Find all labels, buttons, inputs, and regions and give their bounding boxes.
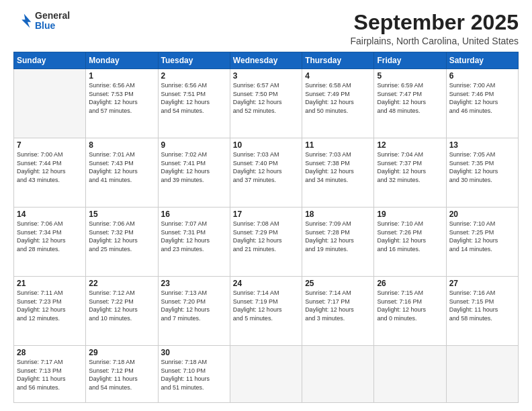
table-row: 28Sunrise: 7:17 AM Sunset: 7:13 PM Dayli… bbox=[14, 346, 86, 403]
col-thursday: Thursday bbox=[302, 52, 374, 69]
day-number: 2 bbox=[161, 71, 227, 81]
day-number: 28 bbox=[17, 348, 83, 357]
table-row: 9Sunrise: 7:02 AM Sunset: 7:41 PM Daylig… bbox=[158, 138, 230, 208]
day-info: Sunrise: 6:56 AM Sunset: 7:53 PM Dayligh… bbox=[89, 81, 154, 115]
day-info: Sunrise: 7:00 AM Sunset: 7:46 PM Dayligh… bbox=[449, 81, 515, 115]
day-number: 14 bbox=[17, 210, 83, 219]
table-row: 3Sunrise: 6:57 AM Sunset: 7:50 PM Daylig… bbox=[230, 69, 302, 138]
table-row: 17Sunrise: 7:08 AM Sunset: 7:29 PM Dayli… bbox=[230, 208, 302, 277]
table-row: 11Sunrise: 7:03 AM Sunset: 7:38 PM Dayli… bbox=[302, 138, 374, 208]
day-info: Sunrise: 7:04 AM Sunset: 7:37 PM Dayligh… bbox=[377, 150, 443, 184]
col-tuesday: Tuesday bbox=[158, 52, 230, 69]
day-number: 10 bbox=[233, 140, 299, 150]
table-row bbox=[446, 346, 518, 403]
day-number: 27 bbox=[449, 279, 515, 288]
day-info: Sunrise: 7:08 AM Sunset: 7:29 PM Dayligh… bbox=[233, 220, 299, 253]
col-saturday: Saturday bbox=[446, 52, 518, 69]
day-info: Sunrise: 7:06 AM Sunset: 7:34 PM Dayligh… bbox=[17, 220, 83, 253]
day-number: 11 bbox=[305, 140, 371, 150]
day-number: 16 bbox=[161, 210, 227, 219]
day-info: Sunrise: 7:14 AM Sunset: 7:19 PM Dayligh… bbox=[233, 289, 299, 322]
day-number: 23 bbox=[161, 279, 227, 288]
calendar-table: Sunday Monday Tuesday Wednesday Thursday… bbox=[13, 52, 519, 403]
day-number: 24 bbox=[233, 279, 299, 288]
table-row: 4Sunrise: 6:58 AM Sunset: 7:49 PM Daylig… bbox=[302, 69, 374, 138]
day-number: 4 bbox=[305, 71, 371, 81]
day-number: 12 bbox=[377, 140, 443, 150]
page: General Blue September 2025 Fairplains, … bbox=[0, 0, 532, 411]
day-info: Sunrise: 7:18 AM Sunset: 7:12 PM Dayligh… bbox=[89, 358, 154, 392]
table-row: 23Sunrise: 7:13 AM Sunset: 7:20 PM Dayli… bbox=[158, 277, 230, 346]
day-info: Sunrise: 7:09 AM Sunset: 7:28 PM Dayligh… bbox=[305, 220, 371, 253]
col-monday: Monday bbox=[86, 52, 158, 69]
table-row: 18Sunrise: 7:09 AM Sunset: 7:28 PM Dayli… bbox=[302, 208, 374, 277]
table-row: 22Sunrise: 7:12 AM Sunset: 7:22 PM Dayli… bbox=[86, 277, 158, 346]
day-info: Sunrise: 6:58 AM Sunset: 7:49 PM Dayligh… bbox=[305, 81, 371, 115]
day-info: Sunrise: 7:10 AM Sunset: 7:26 PM Dayligh… bbox=[377, 220, 443, 253]
col-wednesday: Wednesday bbox=[230, 52, 302, 69]
day-number: 26 bbox=[377, 279, 443, 288]
day-number: 19 bbox=[377, 210, 443, 219]
week-row-2: 7Sunrise: 7:00 AM Sunset: 7:44 PM Daylig… bbox=[14, 138, 519, 208]
col-friday: Friday bbox=[374, 52, 446, 69]
day-number: 29 bbox=[89, 348, 154, 357]
day-number: 8 bbox=[89, 140, 154, 150]
day-number: 15 bbox=[89, 210, 154, 219]
day-info: Sunrise: 6:56 AM Sunset: 7:51 PM Dayligh… bbox=[161, 81, 227, 115]
logo: General Blue bbox=[13, 11, 70, 32]
table-row: 12Sunrise: 7:04 AM Sunset: 7:37 PM Dayli… bbox=[374, 138, 446, 208]
table-row: 26Sunrise: 7:15 AM Sunset: 7:16 PM Dayli… bbox=[374, 277, 446, 346]
table-row bbox=[14, 69, 86, 138]
table-row: 27Sunrise: 7:16 AM Sunset: 7:15 PM Dayli… bbox=[446, 277, 518, 346]
day-number: 25 bbox=[305, 279, 371, 288]
table-row: 29Sunrise: 7:18 AM Sunset: 7:12 PM Dayli… bbox=[86, 346, 158, 403]
table-row: 13Sunrise: 7:05 AM Sunset: 7:35 PM Dayli… bbox=[446, 138, 518, 208]
day-number: 30 bbox=[161, 348, 227, 357]
table-row bbox=[302, 346, 374, 403]
calendar-title: September 2025 bbox=[350, 11, 519, 34]
day-info: Sunrise: 7:05 AM Sunset: 7:35 PM Dayligh… bbox=[449, 150, 515, 184]
day-number: 9 bbox=[161, 140, 227, 150]
title-block: September 2025 Fairplains, North Carolin… bbox=[350, 11, 519, 46]
table-row: 10Sunrise: 7:03 AM Sunset: 7:40 PM Dayli… bbox=[230, 138, 302, 208]
table-row: 19Sunrise: 7:10 AM Sunset: 7:26 PM Dayli… bbox=[374, 208, 446, 277]
day-number: 18 bbox=[305, 210, 371, 219]
table-row: 30Sunrise: 7:18 AM Sunset: 7:10 PM Dayli… bbox=[158, 346, 230, 403]
day-info: Sunrise: 7:03 AM Sunset: 7:40 PM Dayligh… bbox=[233, 150, 299, 184]
day-info: Sunrise: 7:16 AM Sunset: 7:15 PM Dayligh… bbox=[449, 289, 515, 322]
day-number: 13 bbox=[449, 140, 515, 150]
header-row: Sunday Monday Tuesday Wednesday Thursday… bbox=[14, 52, 519, 69]
day-number: 17 bbox=[233, 210, 299, 219]
table-row: 16Sunrise: 7:07 AM Sunset: 7:31 PM Dayli… bbox=[158, 208, 230, 277]
day-number: 5 bbox=[377, 71, 443, 81]
table-row: 25Sunrise: 7:14 AM Sunset: 7:17 PM Dayli… bbox=[302, 277, 374, 346]
table-row: 15Sunrise: 7:06 AM Sunset: 7:32 PM Dayli… bbox=[86, 208, 158, 277]
table-row: 14Sunrise: 7:06 AM Sunset: 7:34 PM Dayli… bbox=[14, 208, 86, 277]
svg-marker-0 bbox=[21, 14, 31, 28]
day-info: Sunrise: 7:12 AM Sunset: 7:22 PM Dayligh… bbox=[89, 289, 154, 322]
calendar-subtitle: Fairplains, North Carolina, United State… bbox=[350, 36, 519, 46]
day-info: Sunrise: 7:03 AM Sunset: 7:38 PM Dayligh… bbox=[305, 150, 371, 184]
day-info: Sunrise: 7:10 AM Sunset: 7:25 PM Dayligh… bbox=[449, 220, 515, 253]
day-info: Sunrise: 6:57 AM Sunset: 7:50 PM Dayligh… bbox=[233, 81, 299, 115]
day-info: Sunrise: 7:06 AM Sunset: 7:32 PM Dayligh… bbox=[89, 220, 154, 253]
header: General Blue September 2025 Fairplains, … bbox=[13, 11, 519, 46]
day-info: Sunrise: 7:17 AM Sunset: 7:13 PM Dayligh… bbox=[17, 358, 83, 392]
day-info: Sunrise: 7:00 AM Sunset: 7:44 PM Dayligh… bbox=[17, 150, 83, 184]
week-row-3: 14Sunrise: 7:06 AM Sunset: 7:34 PM Dayli… bbox=[14, 208, 519, 277]
week-row-5: 28Sunrise: 7:17 AM Sunset: 7:13 PM Dayli… bbox=[14, 346, 519, 403]
logo-general: General bbox=[35, 11, 70, 21]
table-row: 21Sunrise: 7:11 AM Sunset: 7:23 PM Dayli… bbox=[14, 277, 86, 346]
week-row-1: 1Sunrise: 6:56 AM Sunset: 7:53 PM Daylig… bbox=[14, 69, 519, 138]
table-row: 7Sunrise: 7:00 AM Sunset: 7:44 PM Daylig… bbox=[14, 138, 86, 208]
logo-text: General Blue bbox=[35, 11, 70, 32]
day-info: Sunrise: 7:18 AM Sunset: 7:10 PM Dayligh… bbox=[161, 358, 227, 392]
day-number: 1 bbox=[89, 71, 154, 81]
logo-blue: Blue bbox=[35, 21, 70, 31]
day-info: Sunrise: 7:14 AM Sunset: 7:17 PM Dayligh… bbox=[305, 289, 371, 322]
day-info: Sunrise: 7:07 AM Sunset: 7:31 PM Dayligh… bbox=[161, 220, 227, 253]
day-info: Sunrise: 7:15 AM Sunset: 7:16 PM Dayligh… bbox=[377, 289, 443, 322]
table-row bbox=[230, 346, 302, 403]
day-number: 7 bbox=[17, 140, 83, 150]
week-row-4: 21Sunrise: 7:11 AM Sunset: 7:23 PM Dayli… bbox=[14, 277, 519, 346]
